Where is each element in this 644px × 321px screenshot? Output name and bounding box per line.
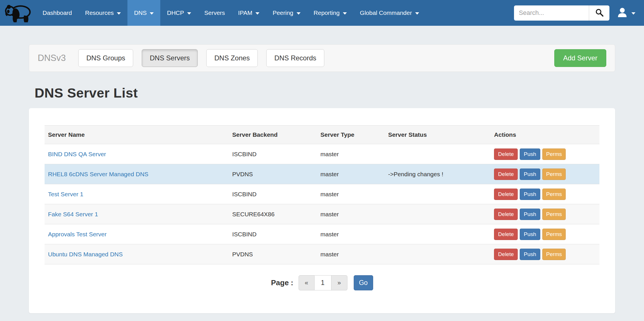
nav-item-label: Peering	[273, 9, 293, 16]
user-menu[interactable]	[617, 7, 635, 19]
chevron-down-icon	[187, 12, 191, 15]
column-header-server-status: Server Status	[385, 126, 491, 144]
server-type-cell: master	[317, 164, 385, 184]
nav-item-ipam[interactable]: IPAM	[231, 0, 266, 26]
chevron-down-icon	[297, 12, 301, 15]
nav-item-reporting[interactable]: Reporting	[307, 0, 353, 26]
nav-item-label: Servers	[204, 9, 225, 16]
table-header-row: Server NameServer BackendServer TypeServ…	[45, 126, 599, 144]
delete-button[interactable]: Delete	[494, 229, 518, 240]
nav-item-peering[interactable]: Peering	[266, 0, 307, 26]
push-button[interactable]: Push	[520, 209, 540, 220]
push-button[interactable]: Push	[520, 249, 540, 260]
server-name-link[interactable]: Test Server 1	[48, 191, 83, 197]
server-name-cell: BIND DNS QA Server	[45, 144, 229, 164]
push-button[interactable]: Push	[520, 189, 540, 200]
server-status-cell	[385, 204, 491, 224]
server-backend-cell: SECURE64X86	[229, 204, 317, 224]
search-button[interactable]	[589, 5, 609, 21]
chevron-down-icon	[255, 12, 259, 15]
server-status-cell	[385, 244, 491, 264]
nav-item-label: IPAM	[238, 9, 252, 16]
search-group	[514, 5, 609, 21]
page-number-input[interactable]	[315, 275, 331, 290]
server-name-link[interactable]: BIND DNS QA Server	[48, 151, 106, 157]
table-row: Fake S64 Server 1SECURE64X86masterDelete…	[45, 204, 599, 224]
push-button[interactable]: Push	[520, 148, 540, 160]
nav-item-global-commander[interactable]: Global Commander	[353, 0, 426, 26]
server-name-link[interactable]: Fake S64 Server 1	[48, 211, 98, 217]
tab-dns-groups[interactable]: DNS Groups	[78, 49, 133, 67]
actions-cell: DeletePushPerms	[491, 204, 599, 224]
tab-dns-records[interactable]: DNS Records	[266, 49, 324, 67]
table-row: BIND DNS QA ServerISCBINDmasterDeletePus…	[45, 144, 599, 164]
next-page-button[interactable]: »	[331, 275, 347, 290]
delete-button[interactable]: Delete	[494, 169, 518, 180]
server-name-cell: Test Server 1	[45, 184, 229, 204]
delete-button[interactable]: Delete	[494, 209, 518, 220]
chevron-down-icon	[150, 12, 154, 15]
server-name-cell: Approvals Test Server	[45, 224, 229, 244]
chevron-down-icon	[631, 12, 635, 15]
search-icon	[595, 8, 604, 18]
column-header-actions: Actions	[491, 126, 599, 144]
go-button[interactable]: Go	[354, 275, 373, 290]
nav-item-servers[interactable]: Servers	[198, 0, 231, 26]
server-name-link[interactable]: Approvals Test Server	[48, 231, 107, 237]
actions-cell: DeletePushPerms	[491, 164, 599, 184]
nav-item-dhcp[interactable]: DHCP	[160, 0, 198, 26]
nav-item-dns[interactable]: DNS	[127, 0, 160, 26]
tab-dns-servers[interactable]: DNS Servers	[142, 49, 198, 67]
server-type-cell: master	[317, 144, 385, 164]
server-backend-cell: ISCBIND	[229, 224, 317, 244]
dns-server-table: Server NameServer BackendServer TypeServ…	[45, 125, 599, 264]
perms-button[interactable]: Perms	[542, 229, 566, 240]
chevron-down-icon	[415, 12, 419, 15]
navbar-right	[514, 0, 635, 26]
panda-logo[interactable]	[3, 0, 33, 26]
server-type-cell: master	[317, 184, 385, 204]
server-status-cell: ->Pending changes !	[385, 164, 491, 184]
add-server-button[interactable]: Add Server	[554, 49, 606, 67]
column-header-server-name: Server Name	[45, 126, 229, 144]
top-navbar: DashboardResourcesDNSDHCPServersIPAMPeer…	[0, 0, 644, 26]
perms-button[interactable]: Perms	[542, 148, 566, 160]
column-header-server-backend: Server Backend	[229, 126, 317, 144]
actions-cell: DeletePushPerms	[491, 224, 599, 244]
delete-button[interactable]: Delete	[494, 189, 518, 200]
perms-button[interactable]: Perms	[542, 169, 566, 180]
server-backend-cell: PVDNS	[229, 164, 317, 184]
nav-item-resources[interactable]: Resources	[79, 0, 127, 26]
server-name-link[interactable]: Ubuntu DNS Managed DNS	[48, 251, 123, 257]
server-status-cell	[385, 224, 491, 244]
server-status-cell	[385, 184, 491, 204]
server-name-link[interactable]: RHEL8 6cDNS Server Managed DNS	[48, 171, 148, 177]
nav-item-label: Resources	[85, 9, 114, 16]
perms-button[interactable]: Perms	[542, 249, 566, 260]
server-backend-cell: ISCBIND	[229, 184, 317, 204]
table-row: RHEL8 6cDNS Server Managed DNSPVDNSmaste…	[45, 164, 599, 184]
user-icon	[617, 7, 628, 19]
table-row: Test Server 1ISCBINDmasterDeletePushPerm…	[45, 184, 599, 204]
delete-button[interactable]: Delete	[494, 249, 518, 260]
tab-dns-zones[interactable]: DNS Zones	[206, 49, 258, 67]
delete-button[interactable]: Delete	[494, 148, 518, 160]
nav-item-label: Global Commander	[360, 9, 412, 16]
chevron-down-icon	[343, 12, 347, 15]
perms-button[interactable]: Perms	[542, 209, 566, 220]
table-row: Approvals Test ServerISCBINDmasterDelete…	[45, 224, 599, 244]
push-button[interactable]: Push	[520, 229, 540, 240]
server-backend-cell: ISCBIND	[229, 144, 317, 164]
push-button[interactable]: Push	[520, 169, 540, 180]
nav-item-label: DNS	[134, 9, 147, 16]
navbar-menu: DashboardResourcesDNSDHCPServersIPAMPeer…	[36, 0, 426, 26]
nav-item-dashboard[interactable]: Dashboard	[36, 0, 79, 26]
search-input[interactable]	[514, 5, 589, 21]
pager-group: « »	[299, 275, 347, 290]
dns-subheader-panel: DNSv3 DNS GroupsDNS ServersDNS ZonesDNS …	[29, 44, 615, 72]
server-name-cell: RHEL8 6cDNS Server Managed DNS	[45, 164, 229, 184]
server-status-cell	[385, 144, 491, 164]
actions-cell: DeletePushPerms	[491, 184, 599, 204]
perms-button[interactable]: Perms	[542, 189, 566, 200]
previous-page-button[interactable]: «	[299, 275, 315, 290]
